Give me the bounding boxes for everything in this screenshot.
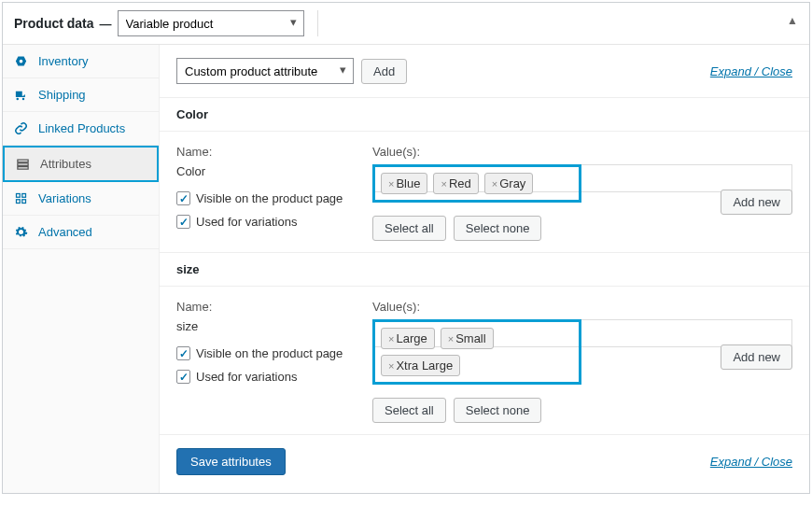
sidebar-item-variations[interactable]: Variations bbox=[3, 182, 159, 216]
attributes-icon bbox=[16, 157, 33, 171]
values-label: Value(s): bbox=[372, 300, 792, 314]
svg-rect-3 bbox=[17, 194, 21, 198]
attributes-panel: Custom product attribute Add Expand / Cl… bbox=[160, 45, 809, 493]
visible-checkbox-label: Visible on the product page bbox=[196, 346, 343, 360]
svg-rect-6 bbox=[22, 200, 26, 204]
value-tag: ×Small bbox=[441, 328, 494, 349]
select-none-button[interactable]: Select none bbox=[454, 216, 542, 241]
svg-rect-1 bbox=[18, 163, 28, 166]
sidebar-item-advanced[interactable]: Advanced bbox=[3, 216, 159, 249]
select-all-button[interactable]: Select all bbox=[372, 216, 446, 241]
sidebar-item-label: Inventory bbox=[38, 54, 88, 68]
svg-rect-0 bbox=[18, 160, 28, 162]
add-new-button[interactable]: Add new bbox=[721, 344, 792, 370]
remove-tag-icon[interactable]: × bbox=[448, 333, 454, 344]
sidebar-item-label: Linked Products bbox=[38, 121, 125, 135]
attribute-section: Name: Color Visible on the product page … bbox=[160, 132, 809, 253]
variations-checkbox[interactable] bbox=[176, 215, 190, 229]
shipping-icon bbox=[14, 88, 31, 102]
product-type-select[interactable]: Variable product bbox=[118, 10, 304, 36]
variations-checkbox[interactable] bbox=[176, 370, 190, 384]
sidebar-item-linked-products[interactable]: Linked Products bbox=[3, 112, 159, 146]
expand-close-link[interactable]: Expand / Close bbox=[710, 455, 792, 469]
svg-rect-5 bbox=[17, 200, 21, 204]
svg-rect-4 bbox=[22, 194, 26, 198]
sidebar-item-shipping[interactable]: Shipping bbox=[3, 78, 159, 112]
remove-tag-icon[interactable]: × bbox=[388, 360, 394, 372]
attribute-type-select[interactable]: Custom product attribute bbox=[176, 58, 354, 84]
remove-tag-icon[interactable]: × bbox=[492, 178, 497, 190]
name-value: size bbox=[176, 319, 372, 333]
variations-icon bbox=[14, 191, 31, 205]
values-tag-box[interactable]: ×Large ×Small ×Xtra Large bbox=[372, 319, 581, 385]
expand-close-link[interactable]: Expand / Close bbox=[710, 64, 792, 78]
sidebar-item-label: Shipping bbox=[38, 88, 86, 102]
sidebar-item-label: Variations bbox=[38, 191, 91, 205]
value-tag: ×Blue bbox=[381, 173, 427, 194]
visible-checkbox-label: Visible on the product page bbox=[196, 191, 343, 205]
attribute-header[interactable]: Color bbox=[160, 98, 809, 132]
add-new-button[interactable]: Add new bbox=[721, 190, 792, 215]
add-attribute-button[interactable]: Add bbox=[361, 59, 407, 84]
collapse-toggle-icon[interactable]: ▲ bbox=[787, 14, 798, 27]
save-attributes-button[interactable]: Save attributes bbox=[176, 448, 286, 475]
value-tag: ×Xtra Large bbox=[381, 355, 460, 376]
name-value: Color bbox=[176, 164, 372, 178]
remove-tag-icon[interactable]: × bbox=[388, 178, 394, 190]
sidebar-item-inventory[interactable]: Inventory bbox=[3, 45, 159, 78]
sidebar-item-label: Attributes bbox=[40, 157, 91, 171]
value-tag: ×Large bbox=[381, 328, 435, 349]
gear-icon bbox=[14, 225, 31, 239]
values-label: Value(s): bbox=[372, 145, 792, 159]
sidebar-item-attributes[interactable]: Attributes bbox=[3, 146, 159, 182]
remove-tag-icon[interactable]: × bbox=[388, 333, 394, 344]
value-tag: ×Red bbox=[433, 173, 478, 194]
attribute-section: Name: size Visible on the product page U… bbox=[160, 287, 809, 435]
select-all-button[interactable]: Select all bbox=[372, 398, 446, 423]
name-label: Name: bbox=[176, 145, 372, 159]
remove-tag-icon[interactable]: × bbox=[441, 178, 446, 190]
panel-header: Product data — Variable product ▲ bbox=[3, 3, 809, 45]
variations-checkbox-label: Used for variations bbox=[196, 215, 297, 229]
product-data-panel: Product data — Variable product ▲ Invent… bbox=[2, 2, 810, 494]
variations-checkbox-label: Used for variations bbox=[196, 370, 297, 384]
panel-title: Product data bbox=[14, 16, 94, 31]
inventory-icon bbox=[14, 54, 31, 68]
value-tag: ×Gray bbox=[484, 173, 534, 194]
attribute-header[interactable]: size bbox=[160, 253, 809, 287]
svg-rect-2 bbox=[18, 167, 28, 170]
values-tag-box[interactable]: ×Blue ×Red ×Gray bbox=[372, 164, 581, 203]
visible-checkbox[interactable] bbox=[176, 191, 190, 205]
name-label: Name: bbox=[176, 300, 372, 314]
link-icon bbox=[14, 121, 31, 135]
sidebar-item-label: Advanced bbox=[38, 225, 92, 239]
visible-checkbox[interactable] bbox=[176, 346, 190, 360]
select-none-button[interactable]: Select none bbox=[454, 398, 542, 423]
product-data-tabs: Inventory Shipping Linked Products Attri… bbox=[3, 45, 160, 493]
